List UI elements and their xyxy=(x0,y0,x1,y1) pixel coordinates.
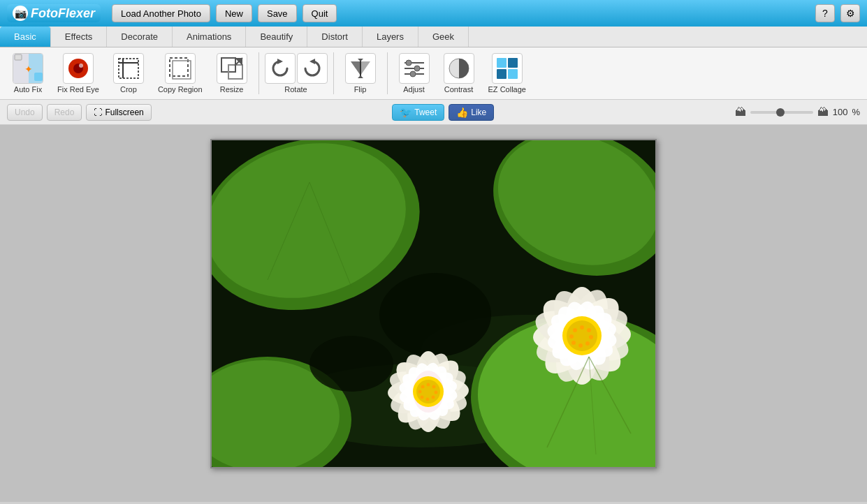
canvas-area xyxy=(0,125,867,502)
contrast-svg xyxy=(446,56,472,81)
rotate-ccw-icon[interactable] xyxy=(265,53,296,84)
photo-container xyxy=(210,139,657,468)
svg-point-74 xyxy=(571,341,576,345)
ez-collage-label: EZ Collage xyxy=(488,85,526,94)
adjust-label: Adjust xyxy=(403,85,425,94)
svg-point-98 xyxy=(435,391,438,394)
tab-decorate[interactable]: Decorate xyxy=(107,27,173,47)
app-name: FotoFlexer xyxy=(31,6,95,21)
rotate-cw-svg xyxy=(300,56,325,81)
save-button[interactable]: Save xyxy=(258,4,297,22)
quit-button[interactable]: Quit xyxy=(303,4,337,22)
copy-region-icon xyxy=(165,53,196,84)
tab-geek[interactable]: Geek xyxy=(418,27,469,47)
svg-point-69 xyxy=(580,325,584,329)
svg-rect-8 xyxy=(119,59,138,78)
resize-tool[interactable]: Resize xyxy=(211,50,253,96)
svg-point-7 xyxy=(79,64,83,68)
flip-svg xyxy=(348,56,373,81)
contrast-label: Contrast xyxy=(444,85,474,94)
svg-point-99 xyxy=(432,396,435,399)
fullscreen-icon: ⛶ xyxy=(94,108,102,117)
svg-point-73 xyxy=(578,343,583,348)
flip-tool[interactable]: Flip xyxy=(340,50,381,96)
svg-point-72 xyxy=(585,341,590,346)
toolbar: ✦ Auto Fix Fix Red Eye Crop xyxy=(0,47,867,100)
rotate-cw-icon[interactable] xyxy=(297,53,328,84)
tab-layers[interactable]: Layers xyxy=(363,27,418,47)
separator-3 xyxy=(387,52,388,94)
auto-fix-icon: ✦ xyxy=(13,53,43,84)
copy-region-tool[interactable]: Copy Region xyxy=(152,50,208,96)
svg-point-48 xyxy=(379,273,491,357)
resize-icon xyxy=(217,53,247,84)
svg-point-71 xyxy=(589,335,593,339)
zoom-out-icon: 🏔 xyxy=(735,106,746,119)
separator-2 xyxy=(333,52,334,94)
svg-point-97 xyxy=(432,385,436,389)
rotate-tool[interactable]: Rotate xyxy=(265,53,328,94)
app-logo: 📷 FotoFlexer xyxy=(7,4,101,22)
auto-fix-tool[interactable]: ✦ Auto Fix xyxy=(7,50,49,96)
tab-effects[interactable]: Effects xyxy=(51,27,108,47)
ez-collage-icon xyxy=(492,53,523,84)
ez-collage-tool[interactable]: EZ Collage xyxy=(483,50,532,96)
tab-animations[interactable]: Animations xyxy=(173,27,246,47)
zoom-in-icon: 🏔 xyxy=(817,106,829,119)
zoom-area: 🏔 🏔 100 % xyxy=(735,106,860,119)
load-another-photo-button[interactable]: Load Another Photo xyxy=(112,4,210,22)
facebook-icon: 👍 xyxy=(456,107,468,118)
crop-tool[interactable]: Crop xyxy=(108,50,150,96)
zoom-slider[interactable] xyxy=(750,111,813,114)
adjust-icon xyxy=(399,53,430,84)
fullscreen-button[interactable]: ⛶ Fullscreen xyxy=(86,104,151,121)
svg-point-100 xyxy=(426,398,430,401)
svg-marker-19 xyxy=(351,61,360,75)
crop-icon xyxy=(113,53,144,84)
svg-point-68 xyxy=(573,328,577,332)
help-button[interactable]: ? xyxy=(815,4,835,22)
photo-svg xyxy=(212,140,655,467)
resize-svg xyxy=(219,56,245,81)
adjust-svg xyxy=(402,56,427,81)
svg-point-102 xyxy=(418,390,422,394)
svg-text:✦: ✦ xyxy=(24,64,33,75)
svg-marker-22 xyxy=(358,59,363,61)
fix-red-eye-tool[interactable]: Fix Red Eye xyxy=(52,50,105,96)
svg-rect-33 xyxy=(497,69,507,79)
tab-beautify[interactable]: Beautify xyxy=(246,27,307,47)
copy-region-label: Copy Region xyxy=(158,85,203,94)
contrast-tool[interactable]: Contrast xyxy=(438,50,480,96)
rotate-ccw-svg xyxy=(268,56,293,81)
svg-rect-31 xyxy=(497,58,507,68)
adjust-tool[interactable]: Adjust xyxy=(393,50,435,96)
settings-button[interactable]: ⚙ xyxy=(840,4,860,22)
zoom-percent: % xyxy=(852,107,860,117)
fix-red-eye-icon xyxy=(63,53,94,84)
svg-point-95 xyxy=(421,385,425,389)
tab-bar: Basic Effects Decorate Animations Beauti… xyxy=(0,27,867,47)
tweet-button[interactable]: 🐦 Tweet xyxy=(392,104,444,121)
svg-marker-17 xyxy=(277,59,283,64)
flip-label: Flip xyxy=(354,85,367,94)
svg-point-27 xyxy=(406,60,411,66)
separator-1 xyxy=(258,52,259,94)
tab-distort[interactable]: Distort xyxy=(307,27,363,47)
tab-basic[interactable]: Basic xyxy=(0,27,51,47)
svg-point-70 xyxy=(587,328,591,332)
new-button[interactable]: New xyxy=(216,4,252,22)
twitter-icon: 🐦 xyxy=(400,107,411,118)
like-button[interactable]: 👍 Like xyxy=(449,104,494,121)
svg-marker-20 xyxy=(360,61,370,75)
redo-button[interactable]: Redo xyxy=(47,104,82,121)
crop-svg xyxy=(116,56,141,81)
contrast-icon xyxy=(444,53,474,84)
svg-marker-18 xyxy=(309,59,315,64)
svg-marker-23 xyxy=(358,75,363,78)
svg-rect-2 xyxy=(15,54,22,60)
svg-rect-32 xyxy=(508,58,518,68)
flip-icon xyxy=(345,53,376,84)
undo-button[interactable]: Undo xyxy=(7,104,43,121)
svg-rect-34 xyxy=(508,69,518,79)
crop-label: Crop xyxy=(120,85,137,94)
